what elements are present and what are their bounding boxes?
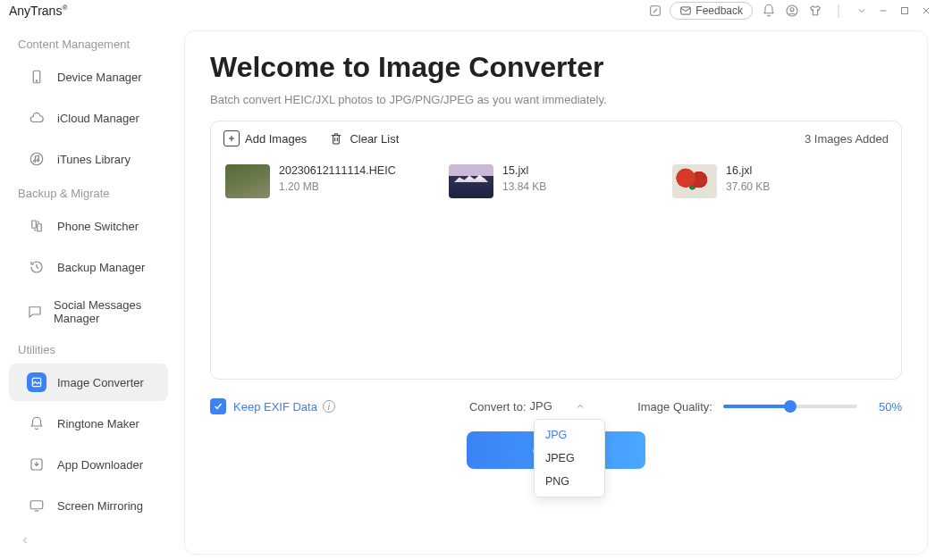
download-icon xyxy=(27,455,46,474)
sidebar-item-label: iTunes Library xyxy=(57,153,131,166)
dropdown-option-jpg[interactable]: JPG xyxy=(535,423,604,447)
file-item[interactable]: 16.jxl 37.60 KB xyxy=(672,164,887,198)
slider-knob[interactable] xyxy=(784,400,796,413)
app-name: AnyTrans® xyxy=(9,4,67,18)
bell-icon[interactable] xyxy=(758,0,780,21)
sidebar-item-app-downloader[interactable]: App Downloader xyxy=(9,446,168,483)
convert-to-dropdown: JPG JPEG PNG xyxy=(534,419,605,497)
sidebar-collapse-button[interactable] xyxy=(0,526,177,555)
switch-icon xyxy=(27,216,46,236)
file-item[interactable]: 20230612111114.HEIC 1.20 MB xyxy=(225,164,440,198)
svg-rect-11 xyxy=(38,224,42,231)
sidebar-item-device-manager[interactable]: Device Manager xyxy=(9,58,168,96)
sidebar-item-ringtone-maker[interactable]: Ringtone Maker xyxy=(9,405,168,442)
svg-point-9 xyxy=(37,159,38,161)
image-icon xyxy=(27,372,46,392)
tshirt-icon[interactable] xyxy=(805,0,826,21)
sidebar-item-social-messages[interactable]: Social Messages Manager xyxy=(9,289,168,334)
sidebar-item-label: Phone Switcher xyxy=(57,220,139,233)
cloud-icon xyxy=(27,108,46,128)
titlebar: AnyTrans® Feedback | xyxy=(0,0,944,21)
thumbnail xyxy=(672,164,717,198)
panel: Welcome to Image Converter Batch convert… xyxy=(184,30,928,555)
svg-rect-12 xyxy=(32,378,40,386)
main-area: Welcome to Image Converter Batch convert… xyxy=(177,21,944,560)
image-quality-slider[interactable] xyxy=(723,405,857,408)
sidebar-item-label: App Downloader xyxy=(57,458,143,472)
file-size: 13.84 KB xyxy=(502,180,546,193)
chat-icon xyxy=(27,302,43,322)
dropdown-icon[interactable] xyxy=(853,2,871,20)
section-content-management: Content Management xyxy=(0,30,177,56)
file-name: 15.jxl xyxy=(502,164,546,177)
image-quality-control: Image Quality: 50% xyxy=(637,400,902,414)
svg-rect-14 xyxy=(30,501,43,509)
controls-row: Keep EXIF Data i Convert to: JPG JPG JPE… xyxy=(210,397,902,415)
sidebar-item-itunes-library[interactable]: iTunes Library xyxy=(9,140,168,178)
sidebar: Content Management Device Manager iCloud… xyxy=(0,21,177,560)
svg-point-3 xyxy=(790,8,794,12)
info-icon[interactable]: i xyxy=(323,400,335,413)
user-icon[interactable] xyxy=(781,0,803,21)
trash-icon xyxy=(328,130,344,146)
clear-list-button[interactable]: Clear List xyxy=(328,130,399,146)
image-list-box: Add Images Clear List 3 Images Added 202… xyxy=(210,121,902,380)
keep-exif-checkbox[interactable]: Keep EXIF Data i xyxy=(210,398,335,414)
checkbox-checked-icon xyxy=(210,398,226,414)
feedback-button[interactable]: Feedback xyxy=(670,2,753,20)
file-size: 37.60 KB xyxy=(726,180,770,193)
image-quality-label: Image Quality: xyxy=(637,400,712,414)
sidebar-item-label: Backup Manager xyxy=(57,261,145,274)
history-icon xyxy=(27,257,46,277)
svg-point-7 xyxy=(30,153,43,165)
sidebar-item-backup-manager[interactable]: Backup Manager xyxy=(9,248,168,286)
convert-to-control: Convert to: JPG JPG JPEG PNG xyxy=(469,397,589,415)
sidebar-item-phone-switcher[interactable]: Phone Switcher xyxy=(9,207,168,245)
file-grid: 20230612111114.HEIC 1.20 MB 15.jxl 13.84… xyxy=(211,155,901,379)
sidebar-item-label: Image Converter xyxy=(57,376,144,389)
svg-rect-10 xyxy=(32,221,37,228)
page-subtitle: Batch convert HEIC/JXL photos to JPG/PNG… xyxy=(210,93,902,106)
edit-icon[interactable] xyxy=(645,0,666,21)
minimize-button[interactable] xyxy=(874,2,892,20)
section-utilities: Utilities xyxy=(0,336,177,362)
sidebar-item-label: Social Messages Manager xyxy=(54,298,150,325)
plus-icon xyxy=(223,130,240,146)
bell-outline-icon xyxy=(27,414,46,433)
sidebar-item-label: Device Manager xyxy=(57,71,142,84)
file-item[interactable]: 15.jxl 13.84 KB xyxy=(449,164,663,198)
file-name: 16.jxl xyxy=(726,164,770,177)
phone-icon xyxy=(27,67,46,87)
dropdown-option-jpeg[interactable]: JPEG xyxy=(535,447,604,470)
image-quality-value: 50% xyxy=(868,400,902,414)
sidebar-item-screen-mirroring[interactable]: Screen Mirroring xyxy=(9,487,168,524)
chevron-up-icon xyxy=(575,401,586,412)
divider: | xyxy=(828,0,849,21)
page-title: Welcome to Image Converter xyxy=(210,51,902,84)
music-icon xyxy=(27,149,46,169)
convert-to-value: JPG xyxy=(530,399,552,413)
sidebar-item-label: Screen Mirroring xyxy=(57,499,143,513)
file-name: 20230612111114.HEIC xyxy=(279,164,396,177)
screen-icon xyxy=(27,496,46,515)
thumbnail xyxy=(225,164,270,198)
svg-rect-4 xyxy=(902,8,908,14)
svg-point-8 xyxy=(34,160,36,162)
convert-to-select[interactable]: JPG xyxy=(527,397,589,415)
file-size: 1.20 MB xyxy=(279,180,396,193)
dropdown-option-png[interactable]: PNG xyxy=(535,470,604,493)
section-backup-migrate: Backup & Migrate xyxy=(0,180,177,205)
sidebar-item-label: Ringtone Maker xyxy=(57,417,139,430)
convert-to-label: Convert to: xyxy=(469,400,527,414)
add-images-button[interactable]: Add Images xyxy=(223,130,307,146)
list-toolbar: Add Images Clear List 3 Images Added xyxy=(211,121,901,155)
svg-rect-1 xyxy=(681,7,691,14)
svg-point-6 xyxy=(36,80,37,81)
images-added-count: 3 Images Added xyxy=(805,132,889,146)
maximize-button[interactable] xyxy=(896,2,914,20)
sidebar-item-image-converter[interactable]: Image Converter xyxy=(9,364,168,401)
close-button[interactable] xyxy=(917,2,935,20)
thumbnail xyxy=(449,164,493,198)
sidebar-item-icloud-manager[interactable]: iCloud Manager xyxy=(9,99,168,137)
sidebar-item-label: iCloud Manager xyxy=(57,112,139,125)
